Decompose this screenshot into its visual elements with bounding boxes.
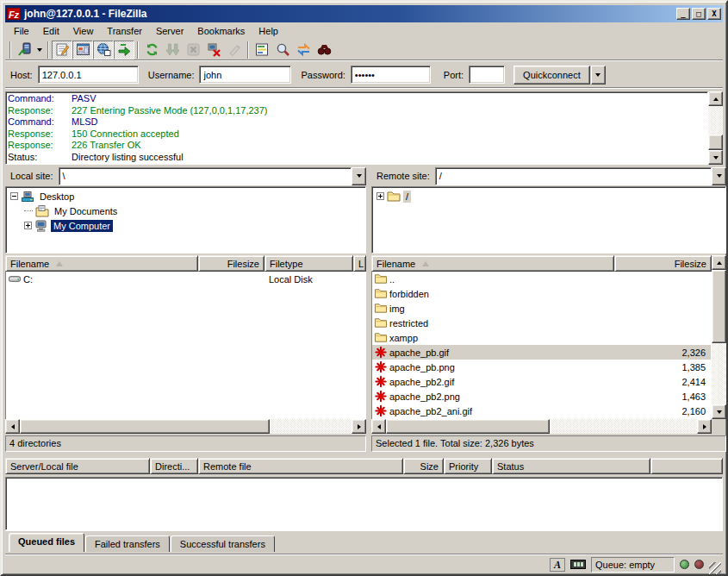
queue-splitter[interactable] — [5, 452, 723, 458]
file-row-selected[interactable]: apache_pb.gif2,326 — [372, 345, 711, 360]
username-input[interactable] — [199, 66, 291, 84]
remote-tree[interactable]: / — [371, 186, 726, 254]
expand-icon[interactable] — [24, 222, 32, 229]
menu-file[interactable]: File — [7, 24, 36, 38]
tree-item-desktop[interactable]: Desktop — [6, 189, 365, 203]
file-row[interactable]: apache_pb.png1,385 — [372, 360, 711, 374]
log-vertical-scrollbar[interactable] — [708, 91, 723, 165]
remote-file-list[interactable]: .. forbidden img restricted xampp apache… — [371, 272, 712, 419]
cancel-operation-button[interactable] — [183, 41, 203, 59]
reconnect-button[interactable] — [224, 41, 245, 59]
scroll-left-button[interactable] — [5, 419, 20, 434]
directory-comparison-button[interactable] — [272, 41, 293, 59]
local-site-combobox[interactable]: \ — [59, 167, 366, 185]
toggle-queue-button[interactable] — [114, 41, 134, 59]
close-button[interactable]: X — [707, 8, 721, 20]
tree-item-root[interactable]: / — [372, 189, 725, 203]
column-header-filesize[interactable]: Filesize — [614, 255, 712, 272]
scroll-thumb[interactable] — [712, 270, 726, 343]
combo-dropdown-button[interactable] — [352, 167, 366, 185]
remote-vertical-scrollbar[interactable] — [712, 255, 726, 419]
column-header-direction[interactable]: Directi... — [150, 458, 198, 474]
scroll-track[interactable] — [386, 419, 697, 434]
maximize-button[interactable]: □ — [692, 8, 706, 20]
speed-limit-icon[interactable] — [570, 560, 586, 569]
column-header-lastmodified[interactable]: L — [353, 255, 366, 272]
remote-site-combobox[interactable]: / — [435, 167, 726, 185]
scroll-thumb[interactable] — [386, 419, 550, 434]
menu-edit[interactable]: Edit — [36, 24, 66, 38]
site-manager-dropdown[interactable] — [34, 41, 45, 59]
refresh-button[interactable] — [141, 41, 162, 59]
scroll-track[interactable] — [708, 106, 723, 150]
column-header-remote-file[interactable]: Remote file — [198, 458, 403, 474]
filter-button[interactable] — [252, 41, 272, 59]
local-horizontal-scrollbar[interactable] — [5, 419, 366, 434]
port-input[interactable] — [469, 66, 505, 84]
host-input[interactable] — [38, 66, 139, 84]
column-header-status[interactable]: Status — [492, 458, 650, 474]
menu-transfer[interactable]: Transfer — [100, 24, 149, 38]
scroll-left-button[interactable] — [371, 419, 386, 434]
quickconnect-button[interactable]: Quickconnect — [513, 66, 590, 85]
menu-server[interactable]: Server — [149, 24, 190, 38]
file-row[interactable]: forbidden — [372, 286, 711, 301]
tab-failed-transfers[interactable]: Failed transfers — [85, 535, 170, 552]
local-site-value[interactable]: \ — [59, 167, 352, 185]
scroll-down-button[interactable] — [708, 150, 723, 165]
local-tree[interactable]: Desktop My Documents My Computer — [5, 186, 366, 254]
tree-item-my-computer[interactable]: My Computer — [6, 218, 365, 233]
file-row[interactable]: .. — [372, 272, 711, 286]
file-row[interactable]: restricted — [372, 316, 711, 330]
site-manager-button[interactable] — [14, 41, 34, 59]
quickconnect-dropdown[interactable] — [591, 66, 606, 85]
collapse-icon[interactable] — [10, 192, 18, 200]
disconnect-button[interactable] — [203, 41, 224, 59]
tab-queued-files[interactable]: Queued files — [9, 533, 84, 552]
queue-list[interactable] — [5, 477, 723, 530]
scroll-thumb[interactable] — [20, 419, 270, 434]
toggle-message-log-button[interactable] — [52, 41, 72, 59]
column-header-filetype[interactable]: Filetype — [264, 255, 353, 272]
scroll-track[interactable] — [712, 270, 726, 404]
file-row[interactable]: apache_pb2_ani.gif2,160 — [372, 404, 711, 418]
column-header-server-local-file[interactable]: Server/Local file — [5, 458, 150, 474]
file-row[interactable]: img — [372, 301, 711, 316]
column-header-filename[interactable]: Filename — [5, 255, 198, 272]
file-row[interactable]: xampp — [372, 330, 711, 345]
toggle-local-tree-button[interactable] — [72, 41, 93, 59]
scroll-up-button[interactable] — [708, 91, 723, 106]
scroll-up-button[interactable] — [712, 255, 726, 270]
column-header-filename[interactable]: Filename — [371, 255, 614, 272]
local-file-list[interactable]: C: Local Disk — [5, 272, 366, 419]
scroll-right-button[interactable] — [352, 419, 366, 434]
column-header-filesize[interactable]: Filesize — [198, 255, 264, 272]
sync-browsing-button[interactable] — [293, 41, 314, 59]
find-files-button[interactable] — [314, 41, 334, 59]
remote-site-value[interactable]: / — [435, 167, 712, 185]
scroll-track[interactable] — [20, 419, 352, 434]
scroll-right-button[interactable] — [697, 419, 712, 434]
scroll-thumb[interactable] — [708, 135, 723, 150]
tab-successful-transfers[interactable]: Successful transfers — [171, 535, 275, 552]
process-queue-button[interactable] — [162, 41, 183, 59]
minimize-button[interactable]: _ — [676, 8, 690, 20]
tree-item-my-documents[interactable]: My Documents — [6, 203, 365, 218]
toggle-remote-tree-button[interactable] — [93, 41, 114, 59]
title-bar[interactable]: Fz john@127.0.0.1 - FileZilla _ □ X — [5, 5, 723, 22]
password-input[interactable] — [351, 66, 431, 84]
expand-icon[interactable] — [376, 192, 384, 200]
combo-dropdown-button[interactable] — [712, 167, 726, 185]
message-log[interactable]: Command:PASV Response:227 Entering Passi… — [5, 91, 708, 165]
file-row[interactable]: apache_pb2.png1,463 — [372, 389, 711, 404]
column-header-size[interactable]: Size — [403, 458, 444, 474]
menu-bookmarks[interactable]: Bookmarks — [190, 24, 252, 38]
remote-horizontal-scrollbar[interactable] — [371, 419, 712, 434]
column-header-priority[interactable]: Priority — [444, 458, 492, 474]
resize-grip[interactable] — [709, 562, 721, 574]
file-row-c-drive[interactable]: C: Local Disk — [6, 272, 365, 286]
file-row[interactable]: apache_pb2.gif2,414 — [372, 374, 711, 389]
scroll-down-button[interactable] — [712, 404, 726, 419]
menu-view[interactable]: View — [66, 24, 101, 38]
menu-help[interactable]: Help — [252, 24, 285, 38]
